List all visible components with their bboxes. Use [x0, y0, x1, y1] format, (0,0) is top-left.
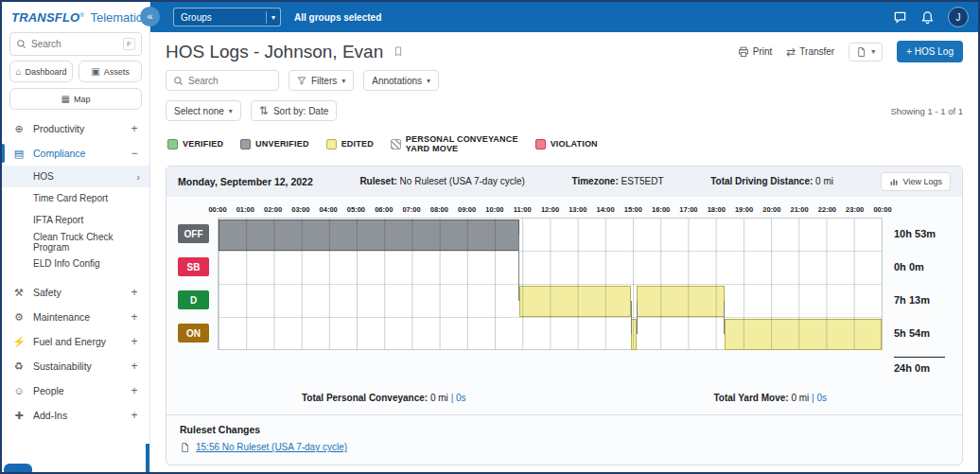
- legend-violation: VIOLATION: [535, 139, 598, 149]
- hour-label: 11:00: [514, 205, 532, 214]
- row-total-sb: 0h 0m: [894, 251, 951, 284]
- hour-label: 00:00: [873, 205, 891, 214]
- floating-button-partial[interactable]: [4, 464, 32, 474]
- chat-button[interactable]: [893, 10, 907, 25]
- expand-icon[interactable]: +: [129, 384, 140, 397]
- filters-button[interactable]: Filters ▾: [289, 70, 354, 91]
- transfer-icon: ⇄: [786, 46, 796, 58]
- map-icon: ▦: [61, 95, 70, 104]
- expand-icon[interactable]: +: [129, 286, 140, 299]
- sidebar-item-productivity[interactable]: ⊕ Productivity +: [2, 116, 149, 141]
- sidebar-item-sustainability[interactable]: ♻ Sustainability +: [2, 354, 149, 378]
- expand-icon[interactable]: +: [129, 335, 140, 348]
- sidebar-item-ifta-report[interactable]: IFTA Report: [2, 209, 149, 231]
- row-total-off: 10h 53m: [894, 218, 951, 251]
- bookmark-button[interactable]: [393, 45, 404, 58]
- transfer-button[interactable]: ⇄ Transfer: [786, 46, 834, 58]
- hos-step-connector: [724, 301, 725, 334]
- hos-step-connector: [518, 235, 519, 301]
- brand-name: TRANSFLO: [11, 10, 79, 25]
- hos-step-connector: [637, 301, 638, 334]
- sidebar-collapse-button[interactable]: «: [140, 7, 160, 26]
- row-totals: 10h 53m 0h 0m 7h 13m 5h 54m 24h 0m: [883, 204, 951, 374]
- hour-label: 17:00: [679, 205, 697, 214]
- row-total-d: 7h 13m: [894, 284, 951, 317]
- hour-label: 01:00: [236, 205, 254, 214]
- expand-icon[interactable]: +: [129, 122, 140, 135]
- groups-selection-text: All groups selected: [294, 12, 381, 23]
- hour-label: 22:00: [818, 205, 836, 214]
- timezone-info: Timezone: EST5EDT: [571, 176, 663, 186]
- hour-label: 08:00: [430, 205, 448, 214]
- driving-distance-info: Total Driving Distance: 0 mi: [710, 176, 833, 186]
- status-legend: VERIFIED UNVERIFIED EDITED PERSONAL CONV…: [150, 123, 978, 160]
- groups-dropdown[interactable]: Groups ▾: [173, 8, 281, 26]
- safety-icon: ⚒: [11, 287, 26, 299]
- print-button[interactable]: Print: [738, 46, 773, 58]
- legend-verified: VERIFIED: [167, 139, 223, 149]
- notifications-button[interactable]: [920, 10, 935, 25]
- map-button[interactable]: ▦ Map: [9, 88, 142, 110]
- sidebar-item-clean-truck-check[interactable]: Clean Truck Check Program: [2, 231, 149, 253]
- sidebar-item-fuel-and-energy[interactable]: ⚡ Fuel and Energy +: [2, 329, 149, 354]
- select-dropdown[interactable]: Select none ▾: [166, 100, 241, 121]
- hos-chart: OFF SB D ON 00:0001:0002:0003:0004:0005:…: [166, 197, 962, 374]
- document-icon: [856, 46, 866, 58]
- hour-label: 18:00: [708, 205, 726, 214]
- row-badge-on: ON: [178, 324, 209, 342]
- sidebar-search[interactable]: F: [9, 32, 142, 56]
- productivity-icon: ⊕: [11, 123, 26, 135]
- hos-segment-on[interactable]: [725, 319, 882, 350]
- verified-swatch: [167, 139, 178, 149]
- sidebar-item-time-card-report[interactable]: Time Card Report: [2, 187, 149, 209]
- hos-segment-d[interactable]: [637, 286, 725, 317]
- hos-segment-off[interactable]: [219, 219, 519, 251]
- logs-search-input[interactable]: [188, 76, 271, 86]
- user-avatar[interactable]: J: [948, 7, 969, 27]
- expand-icon[interactable]: +: [129, 310, 140, 324]
- hour-label: 07:00: [402, 205, 420, 214]
- annotations-button[interactable]: Annotations ▾: [363, 70, 439, 91]
- chat-icon: [893, 10, 907, 25]
- hour-label: 16:00: [652, 205, 670, 214]
- row-badge-sb: SB: [178, 257, 209, 276]
- sidebar-item-eld-info-config[interactable]: ELD Info Config: [2, 253, 149, 274]
- chevron-right-icon: ›: [136, 171, 140, 183]
- content: HOS Logs - Johnson, Evan Print ⇄ Transfe…: [150, 32, 978, 465]
- hos-step-connector: [631, 301, 632, 334]
- unverified-swatch: [240, 139, 251, 149]
- assets-button[interactable]: ▣ Assets: [79, 61, 142, 82]
- collapse-section-icon[interactable]: −: [129, 147, 140, 160]
- sidebar-item-hos[interactable]: HOS ›: [2, 166, 149, 187]
- sidebar-item-add-ins[interactable]: ✚ Add-Ins +: [2, 403, 149, 428]
- expand-icon[interactable]: +: [129, 360, 140, 373]
- export-button[interactable]: ▾: [849, 43, 883, 61]
- sidebar-item-maintenance[interactable]: ⚙ Maintenance +: [2, 305, 149, 329]
- brand-logo: TRANSFLO® Telematics: [2, 2, 149, 29]
- sidebar-scrollbar-thumb[interactable]: [146, 444, 149, 472]
- sidebar-item-safety[interactable]: ⚒ Safety +: [2, 280, 149, 305]
- dashboard-button[interactable]: ⌂ Dashboard: [9, 61, 73, 82]
- hatch-swatch: [391, 139, 401, 149]
- sidebar-item-compliance[interactable]: ▤ Compliance −: [2, 141, 149, 166]
- hour-label: 20:00: [762, 205, 780, 214]
- sidebar: TRANSFLO® Telematics F ⌂ Dashboard ▣ Ass…: [2, 2, 150, 472]
- sidebar-item-people[interactable]: ☺ People +: [2, 378, 149, 403]
- hos-segment-d[interactable]: [519, 286, 631, 317]
- expand-icon[interactable]: +: [129, 409, 140, 422]
- sidebar-search-input[interactable]: [31, 39, 118, 49]
- add-hos-log-button[interactable]: + HOS Log: [897, 41, 963, 62]
- hour-label: 23:00: [846, 205, 864, 214]
- shortcut-key: F: [123, 38, 135, 50]
- maintenance-icon: ⚙: [11, 311, 26, 324]
- ruleset-change-link[interactable]: 15:56 No Ruleset (USA 7-day cycle): [196, 442, 347, 452]
- hos-grid: [218, 218, 883, 350]
- sort-button[interactable]: ⇅ Sort by: Date: [251, 100, 337, 121]
- caret-down-icon: ▾: [229, 107, 233, 115]
- people-icon: ☺: [11, 385, 26, 396]
- hour-label: 05:00: [347, 205, 365, 214]
- caret-down-icon: ▾: [871, 47, 875, 56]
- view-logs-button[interactable]: View Logs: [881, 172, 951, 191]
- sidebar-nav: ⊕ Productivity + ▤ Compliance − HOS › Ti…: [2, 116, 149, 428]
- logs-search[interactable]: [166, 70, 279, 91]
